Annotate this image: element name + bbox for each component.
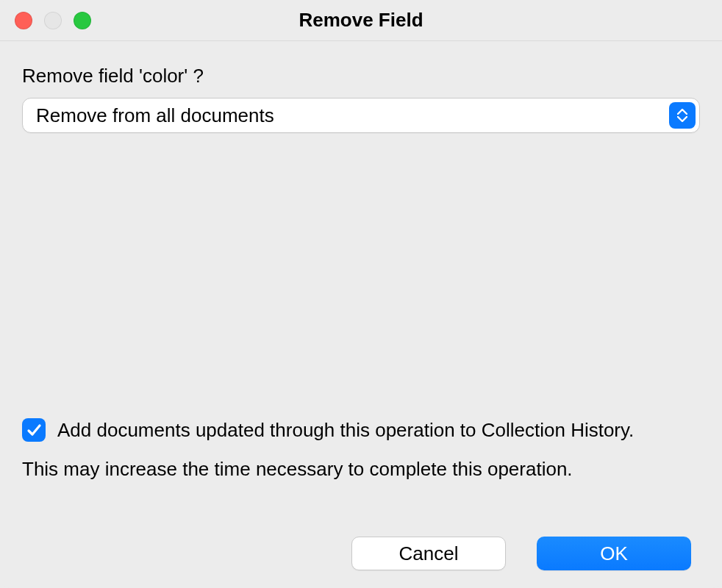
dialog-window: Remove Field Remove field 'color' ? Remo… [0, 0, 722, 588]
history-checkbox[interactable] [22, 418, 46, 442]
button-row: Cancel OK [22, 537, 700, 570]
close-window-button[interactable] [15, 12, 32, 29]
prompt-label: Remove field 'color' ? [22, 65, 700, 87]
checkmark-icon [26, 422, 42, 438]
window-title: Remove Field [299, 9, 423, 32]
titlebar: Remove Field [0, 0, 722, 41]
cancel-button[interactable]: Cancel [351, 537, 506, 570]
traffic-lights [15, 12, 91, 29]
minimize-window-button[interactable] [44, 12, 62, 29]
dialog-content: Remove field 'color' ? Remove from all d… [0, 41, 722, 588]
scope-select-value: Remove from all documents [22, 98, 700, 133]
ok-button[interactable]: OK [537, 537, 691, 570]
scope-select[interactable]: Remove from all documents [22, 98, 700, 133]
history-warning: This may increase the time necessary to … [22, 458, 700, 481]
history-checkbox-row: Add documents updated through this opera… [22, 417, 700, 443]
zoom-window-button[interactable] [74, 12, 91, 29]
chevron-up-down-icon [669, 102, 696, 129]
history-checkbox-label: Add documents updated through this opera… [57, 417, 634, 443]
